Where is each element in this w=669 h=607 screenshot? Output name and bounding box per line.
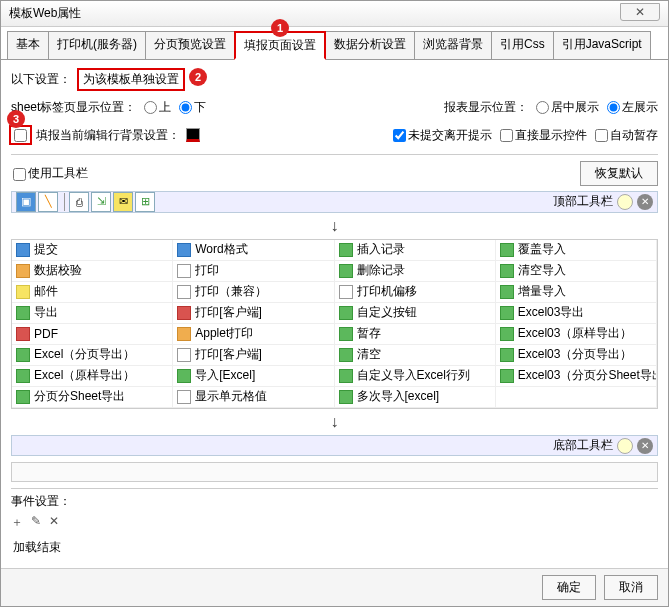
grid-item[interactable] <box>496 387 657 408</box>
grid-item[interactable]: PDF <box>12 324 173 345</box>
item-icon <box>177 327 191 341</box>
item-label: Excel03（分页分Sheet导出） <box>518 367 657 384</box>
grid-item[interactable]: 清空导入 <box>496 261 657 282</box>
event-loadend[interactable]: 加载结束 <box>11 535 658 560</box>
item-label: Applet打印 <box>195 325 253 342</box>
tab-js[interactable]: 引用JavaScript <box>553 31 651 59</box>
radio-up[interactable]: 上 <box>142 99 171 116</box>
grid-item[interactable]: 增量导入 <box>496 282 657 303</box>
event-delete-button[interactable]: ✕ <box>49 514 59 531</box>
item-icon <box>339 306 353 320</box>
gear-icon-2[interactable] <box>617 438 633 454</box>
grid-item[interactable]: Applet打印 <box>173 324 334 345</box>
item-label: 清空导入 <box>518 262 566 279</box>
item-label: 打印 <box>195 262 219 279</box>
tab-data-analysis[interactable]: 数据分析设置 <box>325 31 415 59</box>
grid-item[interactable]: 数据校验 <box>12 261 173 282</box>
tab-basic[interactable]: 基本 <box>7 31 49 59</box>
item-label: 打印（兼容） <box>195 283 267 300</box>
item-icon <box>500 306 514 320</box>
grid-item[interactable]: 打印[客户端] <box>173 303 334 324</box>
cb-unsaved[interactable]: 未提交离开提示 <box>391 127 492 144</box>
item-icon <box>500 285 514 299</box>
bottom-scroll-area[interactable] <box>11 462 658 482</box>
bg-row: 3 填报当前编辑行背景设置： 未提交离开提示 直接显示控件 自动暂存 <box>11 124 658 146</box>
window-title: 模板Web属性 <box>9 5 81 22</box>
cb-direct[interactable]: 直接显示控件 <box>498 127 587 144</box>
cb-use-toolbar[interactable]: 使用工具栏 <box>11 165 88 182</box>
item-label: 自定义导入Excel行列 <box>357 367 470 384</box>
grid-item[interactable]: 自定义按钮 <box>335 303 496 324</box>
event-edit-button[interactable]: ✎ <box>31 514 41 531</box>
tb-export-icon[interactable]: ⇲ <box>91 192 111 212</box>
grid-item[interactable]: 覆盖导入 <box>496 240 657 261</box>
tab-page-preview[interactable]: 分页预览设置 <box>145 31 235 59</box>
cancel-button[interactable]: 取消 <box>604 575 658 600</box>
bg-checkbox-wrap <box>11 127 30 143</box>
grid-item[interactable]: 打印[客户端] <box>173 345 334 366</box>
close-button[interactable]: ✕ <box>620 3 660 21</box>
item-label: 导出 <box>34 304 58 321</box>
tb-print-icon[interactable]: ⎙ <box>69 192 89 212</box>
grid-item[interactable]: 打印（兼容） <box>173 282 334 303</box>
grid-item[interactable]: 导出 <box>12 303 173 324</box>
grid-item[interactable]: Excel03（分页分Sheet导出） <box>496 366 657 387</box>
grid-item[interactable]: 打印机偏移 <box>335 282 496 303</box>
ok-button[interactable]: 确定 <box>542 575 596 600</box>
item-icon <box>339 243 353 257</box>
grid-item[interactable]: 打印 <box>173 261 334 282</box>
grid-item[interactable]: Excel（原样导出） <box>12 366 173 387</box>
bg-checkbox[interactable] <box>14 129 27 142</box>
toolbar-close-icon[interactable]: ✕ <box>637 194 653 210</box>
tb-mail-icon[interactable]: ✉ <box>113 192 133 212</box>
grid-item[interactable]: Excel03（分页导出） <box>496 345 657 366</box>
item-icon <box>177 369 191 383</box>
radio-down[interactable]: 下 <box>177 99 206 116</box>
tab-browser-bg[interactable]: 浏览器背景 <box>414 31 492 59</box>
grid-item[interactable]: 多次导入[excel] <box>335 387 496 408</box>
grid-item[interactable]: 清空 <box>335 345 496 366</box>
grid-item[interactable]: 自定义导入Excel行列 <box>335 366 496 387</box>
arrow-down-1: ↓ <box>11 219 658 233</box>
tab-css[interactable]: 引用Css <box>491 31 554 59</box>
grid-item[interactable]: 分页分Sheet导出 <box>12 387 173 408</box>
grid-item[interactable]: Excel03（原样导出） <box>496 324 657 345</box>
tab-fill-page[interactable]: 1 填报页面设置 <box>234 31 326 60</box>
item-icon <box>16 306 30 320</box>
grid-item[interactable]: 暂存 <box>335 324 496 345</box>
radio-center[interactable]: 居中展示 <box>534 99 599 116</box>
settings-mode-select[interactable]: 为该模板单独设置 2 <box>77 68 185 91</box>
item-icon <box>177 285 191 299</box>
grid-item[interactable]: 提交 <box>12 240 173 261</box>
restore-default-button[interactable]: 恢复默认 <box>580 161 658 186</box>
close-icon: ✕ <box>635 5 645 19</box>
color-picker-icon[interactable] <box>186 128 200 142</box>
tb-edit-icon[interactable]: ╲ <box>38 192 58 212</box>
tab-printer[interactable]: 打印机(服务器) <box>48 31 146 59</box>
grid-item[interactable]: 插入记录 <box>335 240 496 261</box>
item-icon <box>16 327 30 341</box>
toolbar-close-icon-2[interactable]: ✕ <box>637 438 653 454</box>
item-icon <box>177 243 191 257</box>
toolbar-divider <box>64 193 65 211</box>
gear-icon[interactable] <box>617 194 633 210</box>
grid-item[interactable]: 导入[Excel] <box>173 366 334 387</box>
grid-item[interactable]: 邮件 <box>12 282 173 303</box>
grid-item[interactable]: Word格式 <box>173 240 334 261</box>
dialog-body: 以下设置： 为该模板单独设置 2 sheet标签页显示位置： 上 下 报表显示位… <box>1 60 668 568</box>
radio-left[interactable]: 左展示 <box>605 99 658 116</box>
grid-item[interactable]: 显示单元格值 <box>173 387 334 408</box>
event-add-button[interactable]: ＋ <box>11 514 23 531</box>
grid-item[interactable]: Excel（分页导出） <box>12 345 173 366</box>
item-label: 暂存 <box>357 325 381 342</box>
tb-save-icon[interactable]: ▣ <box>16 192 36 212</box>
grid-item[interactable]: 删除记录 <box>335 261 496 282</box>
item-label: Excel03导出 <box>518 304 585 321</box>
item-icon <box>177 306 191 320</box>
item-label: 导入[Excel] <box>195 367 255 384</box>
cb-autosave[interactable]: 自动暂存 <box>593 127 658 144</box>
item-icon <box>339 390 353 404</box>
item-label: Excel（分页导出） <box>34 346 135 363</box>
grid-item[interactable]: Excel03导出 <box>496 303 657 324</box>
tb-excel-icon[interactable]: ⊞ <box>135 192 155 212</box>
